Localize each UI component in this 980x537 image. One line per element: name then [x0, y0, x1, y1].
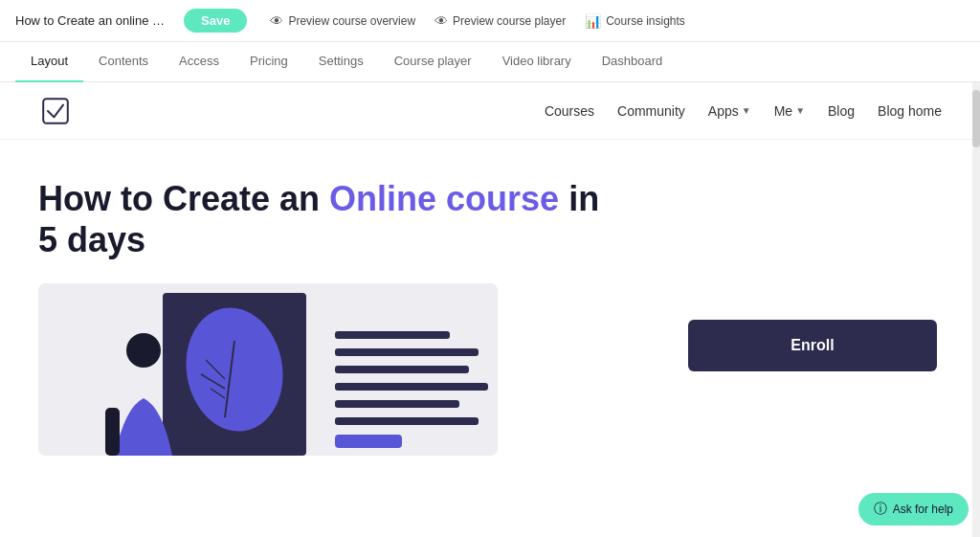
heading-highlight: Online course [329, 179, 559, 218]
scrollbar[interactable] [972, 82, 980, 537]
menu-item-apps[interactable]: Apps ▼ [708, 103, 751, 119]
svg-point-8 [126, 333, 161, 368]
menu-item-blog[interactable]: Blog [828, 103, 855, 119]
preview-area: Courses Community Apps ▼ Me ▼ Blog Blog … [0, 82, 980, 537]
tab-video-library[interactable]: Video library [487, 42, 587, 82]
top-bar: How to Create an online Cour... Save 👁 P… [0, 0, 980, 42]
site-nav: Courses Community Apps ▼ Me ▼ Blog Blog … [0, 82, 980, 140]
preview-player-label: Preview course player [453, 14, 566, 28]
save-button[interactable]: Save [184, 9, 247, 33]
ask-help-button[interactable]: ⓘ Ask for help [858, 493, 969, 526]
eye-icon-2: 👁 [434, 13, 448, 29]
tab-settings[interactable]: Settings [303, 42, 379, 82]
svg-rect-13 [335, 383, 488, 391]
chart-icon: 📊 [585, 13, 601, 29]
course-insights-label: Course insights [606, 14, 685, 28]
enroll-button[interactable]: Enroll [688, 320, 937, 371]
site-menu: Courses Community Apps ▼ Me ▼ Blog Blog … [545, 103, 942, 119]
menu-item-blog-home[interactable]: Blog home [878, 103, 942, 119]
heading-part1: How to Create an [38, 179, 329, 218]
svg-rect-15 [335, 417, 479, 425]
scrollbar-thumb [972, 90, 980, 147]
menu-item-courses[interactable]: Courses [545, 103, 594, 119]
menu-item-me[interactable]: Me ▼ [774, 103, 805, 119]
page-title: How to Create an online Cour... [15, 13, 168, 28]
chevron-down-icon-2: ▼ [795, 105, 805, 116]
svg-rect-14 [335, 400, 459, 408]
course-content: How to Create an Online course in 5 days [0, 140, 980, 475]
svg-rect-12 [335, 366, 469, 373]
svg-rect-10 [335, 331, 450, 339]
preview-links: 👁 Preview course overview 👁 Preview cour… [270, 13, 685, 29]
tab-course-player[interactable]: Course player [379, 42, 487, 82]
eye-icon: 👁 [270, 13, 283, 29]
svg-rect-11 [335, 348, 479, 356]
tab-access[interactable]: Access [164, 42, 234, 82]
preview-course-overview-link[interactable]: 👁 Preview course overview [270, 13, 415, 29]
nav-tabs: Layout Contents Access Pricing Settings … [0, 42, 980, 82]
svg-rect-9 [105, 408, 120, 456]
preview-overview-label: Preview course overview [288, 14, 415, 28]
site-logo [38, 94, 73, 128]
svg-rect-16 [335, 435, 402, 448]
heading-part2: in [559, 179, 599, 218]
course-image [38, 283, 498, 456]
ask-help-label: Ask for help [893, 503, 953, 516]
course-heading: How to Create an Online course in 5 days [38, 178, 655, 260]
tab-pricing[interactable]: Pricing [234, 42, 303, 82]
course-right: Enroll [683, 178, 942, 456]
help-circle-icon: ⓘ [874, 501, 887, 518]
tab-dashboard[interactable]: Dashboard [587, 42, 679, 82]
preview-course-player-link[interactable]: 👁 Preview course player [434, 13, 566, 29]
heading-line2: 5 days [38, 220, 145, 259]
course-insights-link[interactable]: 📊 Course insights [585, 13, 685, 29]
tab-contents[interactable]: Contents [83, 42, 164, 82]
course-left: How to Create an Online course in 5 days [38, 178, 655, 456]
tab-layout[interactable]: Layout [15, 42, 83, 82]
chevron-down-icon: ▼ [742, 105, 751, 116]
menu-item-community[interactable]: Community [617, 103, 685, 119]
